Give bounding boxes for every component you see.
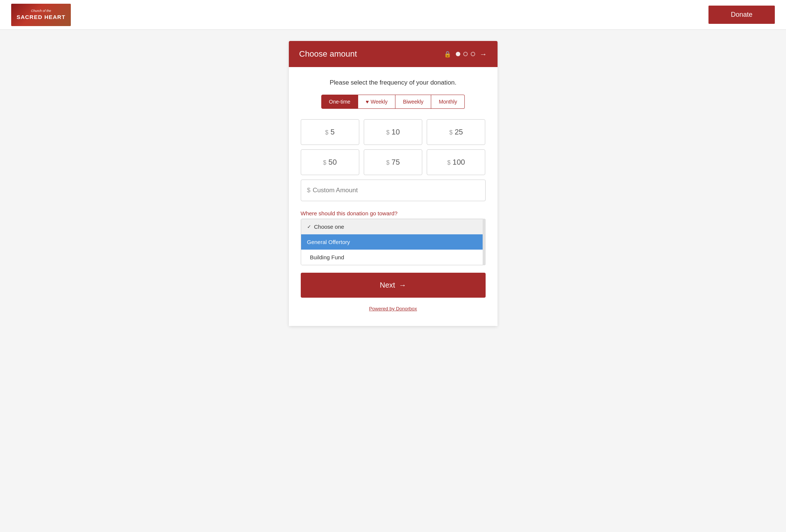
card-body: Please select the frequency of your dona… — [289, 67, 498, 326]
building-fund-label: Building Fund — [310, 254, 344, 260]
lock-icon: 🔒 — [444, 51, 451, 58]
checkmark-icon: ✓ — [307, 224, 311, 229]
logo-main-text: SACRED HEART — [16, 13, 65, 21]
card-header-right: 🔒 → — [444, 50, 487, 58]
powered-by-section: Powered by Donorbox — [301, 305, 486, 316]
dollar-sign-6: $ — [447, 159, 451, 166]
card-title: Choose amount — [299, 49, 357, 59]
tab-weekly[interactable]: ♥ Weekly — [358, 95, 395, 109]
donation-card: Choose amount 🔒 → Please select the freq… — [289, 41, 498, 326]
destination-label: Where should this donation go toward? — [301, 210, 486, 216]
heart-icon: ♥ — [366, 99, 369, 105]
logo: Church of the SACRED HEART — [11, 4, 71, 26]
next-arrow-icon: → — [399, 281, 406, 289]
dot-2 — [463, 52, 468, 56]
frequency-prompt: Please select the frequency of your dona… — [301, 79, 486, 86]
step-dots — [456, 52, 475, 56]
logo-image: Church of the SACRED HEART — [11, 4, 71, 26]
dollar-sign-3: $ — [449, 129, 452, 136]
amount-10[interactable]: $ 10 — [364, 119, 422, 145]
dollar-sign-1: $ — [325, 129, 328, 136]
dot-1 — [456, 52, 460, 56]
general-offertory-label: General Offertory — [307, 239, 350, 245]
frequency-tabs: One-time ♥ Weekly Biweekly Monthly — [301, 95, 486, 109]
amount-grid: $ 5 $ 10 $ 25 $ 50 $ 75 $ 100 — [301, 119, 486, 175]
dollar-sign-2: $ — [386, 129, 389, 136]
custom-dollar-sign: $ — [307, 187, 310, 194]
logo-top-text: Church of the — [16, 9, 65, 13]
tab-monthly[interactable]: Monthly — [431, 95, 465, 109]
donorbox-link[interactable]: Powered by Donorbox — [369, 306, 417, 311]
dropdown-option-choose-one[interactable]: ✓ Choose one — [301, 219, 485, 234]
tab-biweekly[interactable]: Biweekly — [395, 95, 431, 109]
destination-dropdown[interactable]: ✓ Choose one General Offertory Building … — [301, 219, 486, 265]
card-header: Choose amount 🔒 → — [289, 41, 498, 67]
dropdown-option-general-offertory[interactable]: General Offertory — [301, 234, 485, 250]
step-forward-icon: → — [480, 50, 487, 58]
dollar-sign-4: $ — [323, 159, 326, 166]
dropdown-scrollbar — [483, 219, 486, 265]
dropdown-option-building-fund[interactable]: Building Fund — [301, 250, 485, 265]
choose-one-label: Choose one — [314, 224, 344, 230]
next-label: Next — [380, 281, 395, 289]
amount-5[interactable]: $ 5 — [301, 119, 359, 145]
main-content: Choose amount 🔒 → Please select the freq… — [0, 30, 786, 348]
dot-3 — [471, 52, 475, 56]
amount-75[interactable]: $ 75 — [364, 149, 422, 175]
amount-100[interactable]: $ 100 — [427, 149, 485, 175]
amount-25[interactable]: $ 25 — [427, 119, 485, 145]
next-button[interactable]: Next → — [301, 273, 486, 298]
header-donate-button[interactable]: Donate — [708, 6, 775, 24]
custom-amount-container: $ — [301, 180, 486, 201]
custom-amount-input[interactable] — [313, 187, 479, 194]
dollar-sign-5: $ — [386, 159, 389, 166]
page-header: Church of the SACRED HEART Donate — [0, 0, 786, 30]
amount-50[interactable]: $ 50 — [301, 149, 359, 175]
dropdown-open-list: ✓ Choose one General Offertory Building … — [301, 219, 486, 265]
tab-one-time[interactable]: One-time — [321, 95, 359, 109]
